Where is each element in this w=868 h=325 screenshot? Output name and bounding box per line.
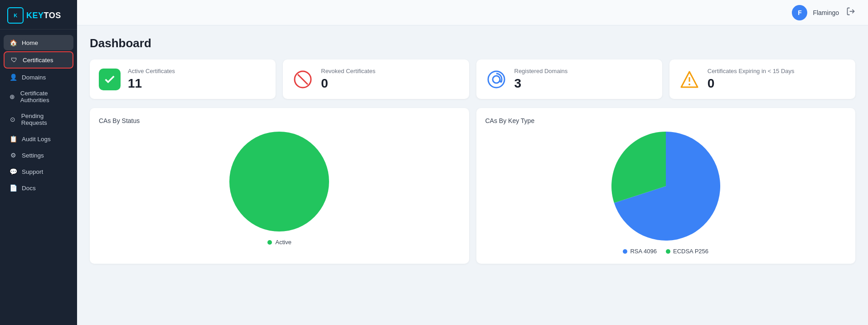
support-icon: 💬 [9,168,17,175]
active-certs-info: Active Certificates 11 [128,68,175,91]
cas-by-key-type-area: RSA 4096 ECDSA P256 [485,132,847,255]
logo-icon: K [7,7,24,24]
logo-text: KEYTOS [26,11,61,20]
svg-line-2 [298,74,308,84]
sidebar-item-support[interactable]: 💬 Support [4,164,73,179]
rsa-legend-label: RSA 4096 [630,248,657,255]
cas-by-status-title: CAs By Status [99,117,140,124]
registered-domains-info: Registered Domains 3 [514,68,568,91]
sidebar-item-support-label: Support [22,168,43,175]
expiring-certs-icon [679,69,700,90]
registered-domains-icon [485,69,507,90]
svg-point-7 [689,84,690,85]
domains-icon: 👤 [9,74,17,81]
logo: K KEYTOS [0,0,77,30]
sidebar-item-certificates-label: Certificates [23,57,53,64]
pending-icon: ⊙ [9,116,17,123]
sidebar: K KEYTOS 🏠 Home 🛡 Certificates 👤 Domains… [0,0,77,325]
user-name: Flamingo [813,9,839,16]
audit-icon: 📋 [9,135,17,143]
registered-domains-value: 3 [514,76,568,91]
registered-domains-label: Registered Domains [514,68,568,74]
sidebar-item-certificates[interactable]: 🛡 Certificates [4,51,73,69]
chart-cas-by-key-type: CAs By Key Type RSA 4096 [476,108,856,264]
stat-card-active-certs: Active Certificates 11 [90,59,276,99]
revoked-certs-label: Revoked Certificates [321,68,375,74]
expiring-certs-label: Certificates Expiring in < 15 Days [708,68,795,74]
active-certs-icon [99,69,121,90]
cas-by-key-type-title: CAs By Key Type [485,117,535,124]
cas-by-status-area: Active [99,132,460,246]
sidebar-item-ca-label: Certificate Authorities [20,90,68,103]
page-title: Dashboard [90,36,855,50]
sidebar-item-domains-label: Domains [22,74,46,81]
chart-cards-row: CAs By Status Active CAs By Key Type [90,108,855,264]
active-certs-value: 11 [128,76,175,91]
stat-card-expiring-certs: Certificates Expiring in < 15 Days 0 [669,59,855,99]
sidebar-item-settings-label: Settings [22,152,44,159]
revoked-certs-info: Revoked Certificates 0 [321,68,375,91]
sidebar-item-docs[interactable]: 📄 Docs [4,180,73,196]
home-icon: 🏠 [9,39,17,46]
pie-status-circle [229,132,329,231]
sidebar-item-domains[interactable]: 👤 Domains [4,69,73,85]
ecdsa-legend-dot [666,249,670,254]
docs-icon: 📄 [9,184,17,192]
sidebar-item-home[interactable]: 🏠 Home [4,35,73,50]
sidebar-item-audit-logs[interactable]: 📋 Audit Logs [4,131,73,147]
chart-cas-by-status: CAs By Status Active [90,108,469,264]
cas-by-key-type-legend: RSA 4096 ECDSA P256 [623,248,708,255]
svg-point-4 [493,76,500,83]
ca-icon: ⊕ [9,93,16,100]
ecdsa-legend-label: ECDSA P256 [673,248,708,255]
sidebar-nav: 🏠 Home 🛡 Certificates 👤 Domains ⊕ Certif… [0,33,77,197]
header: F Flamingo [77,0,868,25]
active-legend-dot [267,240,272,245]
sidebar-item-certificate-authorities[interactable]: ⊕ Certificate Authorities [4,86,73,108]
shield-icon: 🛡 [10,56,18,64]
expiring-certs-value: 0 [708,76,795,91]
cas-by-status-legend: Active [267,239,291,246]
sidebar-item-docs-label: Docs [22,185,36,192]
sidebar-item-pending-label: Pending Requests [21,113,68,126]
active-legend-label: Active [276,239,291,246]
sidebar-item-audit-label: Audit Logs [22,136,51,143]
expiring-certs-info: Certificates Expiring in < 15 Days 0 [708,68,795,91]
ecdsa-legend-item: ECDSA P256 [666,248,708,255]
pie-key-type-chart [611,132,720,241]
rsa-legend-item: RSA 4096 [623,248,657,255]
rsa-legend-dot [623,249,627,254]
stat-card-registered-domains: Registered Domains 3 [476,59,662,99]
sidebar-item-pending-requests[interactable]: ⊙ Pending Requests [4,108,73,130]
revoked-certs-value: 0 [321,76,375,91]
dashboard-content: Dashboard Active Certificates 11 [77,25,868,325]
stat-card-revoked-certs: Revoked Certificates 0 [283,59,469,99]
revoked-certs-icon [292,69,314,90]
active-certs-label: Active Certificates [128,68,175,74]
sidebar-item-settings[interactable]: ⚙ Settings [4,148,73,163]
sidebar-item-home-label: Home [22,39,38,46]
settings-icon: ⚙ [9,152,17,159]
avatar: F [792,5,807,20]
main-area: F Flamingo Dashboard [77,0,868,325]
stat-cards-row: Active Certificates 11 Revoked Certifica… [90,59,855,99]
header-user: F Flamingo [792,5,857,20]
logout-button[interactable] [844,5,857,20]
